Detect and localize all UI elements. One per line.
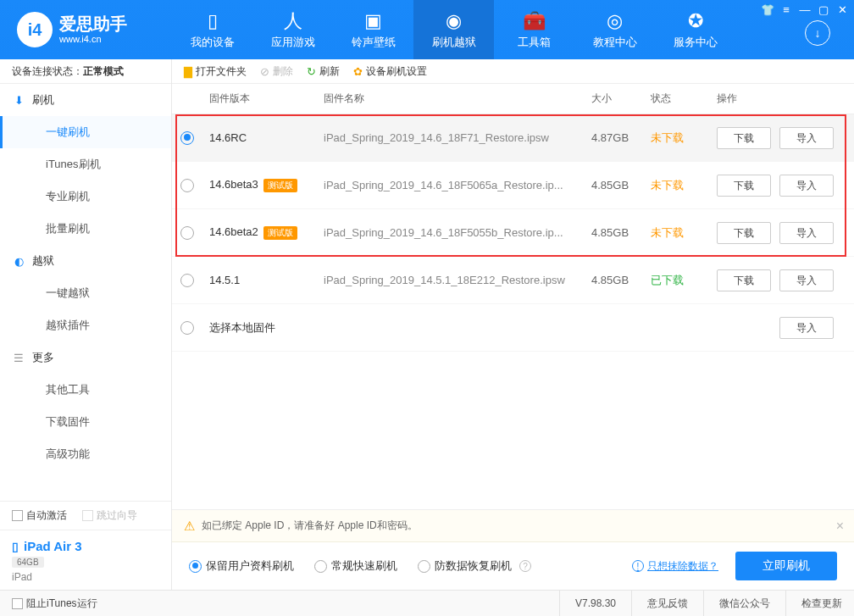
toolbar: ▇打开文件夹 ⊘删除 ↻刷新 ✿设备刷机设置	[172, 59, 854, 84]
download-button[interactable]: 下载	[717, 127, 771, 149]
version-label: V7.98.30	[559, 591, 631, 616]
refresh-button[interactable]: ↻刷新	[307, 64, 340, 79]
erase-only-link[interactable]: !只想抹除数据？	[629, 559, 718, 574]
status-bar: 阻止iTunes运行 V7.98.30 意见反馈 微信公众号 检查更新	[0, 590, 854, 616]
sidebar-group-more[interactable]: ☰更多	[0, 341, 171, 374]
import-button[interactable]: 导入	[779, 317, 834, 339]
device-type: iPad	[12, 571, 159, 583]
connection-status: 设备连接状态：正常模式	[0, 59, 171, 84]
flash-option-keep-data[interactable]: 保留用户资料刷机	[189, 558, 294, 574]
maximize-icon[interactable]: ▢	[817, 3, 830, 16]
table-row[interactable]: 14.6RC iPad_Spring_2019_14.6_18F71_Resto…	[172, 114, 854, 162]
col-ops: 操作	[710, 92, 854, 106]
table-row-local[interactable]: 选择本地固件 导入	[172, 304, 854, 352]
nav-service[interactable]: ✪服务中心	[655, 0, 735, 59]
menu-icon[interactable]: ≡	[779, 3, 793, 16]
nav-tutorial[interactable]: ◎教程中心	[574, 0, 655, 59]
row-radio[interactable]	[180, 321, 194, 335]
notice-close-button[interactable]: ×	[836, 519, 844, 534]
import-button[interactable]: 导入	[779, 175, 834, 197]
device-icon: ▯	[12, 540, 19, 553]
app-title: 爱思助手	[59, 14, 127, 33]
main-panel: ▇打开文件夹 ⊘删除 ↻刷新 ✿设备刷机设置 固件版本 固件名称 大小 状态 操…	[172, 59, 854, 590]
minimize-icon[interactable]: —	[798, 3, 812, 16]
block-itunes-checkbox[interactable]: 阻止iTunes运行	[12, 597, 97, 611]
import-button[interactable]: 导入	[779, 127, 834, 149]
delete-icon: ⊘	[260, 65, 269, 78]
nav-ringtone-wallpaper[interactable]: ▣铃声壁纸	[333, 0, 413, 59]
sidebar-item-advanced[interactable]: 高级功能	[0, 438, 171, 470]
col-size: 大小	[591, 92, 651, 106]
table-row[interactable]: 14.6beta2测试版 iPad_Spring_2019_14.6_18F50…	[172, 209, 854, 257]
download-button[interactable]: 下载	[717, 269, 771, 291]
delete-button[interactable]: ⊘删除	[260, 64, 293, 79]
download-manager-button[interactable]: ↓	[805, 20, 830, 46]
row-radio[interactable]	[180, 179, 194, 192]
row-radio[interactable]	[180, 131, 194, 145]
firmware-rows: 14.6RC iPad_Spring_2019_14.6_18F71_Resto…	[172, 114, 854, 509]
logo-area: i4 爱思助手 www.i4.cn	[0, 12, 172, 47]
sidebar: 设备连接状态：正常模式 ⬇刷机 一键刷机 iTunes刷机 专业刷机 批量刷机 …	[0, 59, 172, 590]
row-radio[interactable]	[180, 226, 194, 240]
sidebar-group-flash[interactable]: ⬇刷机	[0, 84, 171, 116]
table-row[interactable]: 14.6beta3测试版 iPad_Spring_2019_14.6_18F50…	[172, 162, 854, 209]
col-version: 固件版本	[209, 92, 324, 106]
download-button[interactable]: 下载	[717, 175, 771, 197]
device-name: iPad Air 3	[24, 539, 82, 553]
nav-tabs: ▯我的设备 人应用游戏 ▣铃声壁纸 ◉刷机越狱 🧰工具箱 ◎教程中心 ✪服务中心	[172, 0, 735, 59]
col-status: 状态	[651, 92, 710, 106]
phone-icon: ▯	[208, 9, 218, 33]
book-icon: ◎	[607, 9, 623, 33]
flash-option-normal[interactable]: 常规快速刷机	[314, 558, 397, 574]
row-radio[interactable]	[180, 274, 194, 287]
feedback-link[interactable]: 意见反馈	[631, 591, 703, 616]
app-url: www.i4.cn	[59, 33, 127, 45]
sidebar-item-other-tools[interactable]: 其他工具	[0, 374, 171, 406]
sidebar-item-jb-plugins[interactable]: 越狱插件	[0, 309, 171, 341]
notice-bar: ⚠ 如已绑定 Apple ID，请准备好 Apple ID和密码。 ×	[172, 510, 854, 542]
nav-flash-jailbreak[interactable]: ◉刷机越狱	[413, 0, 494, 59]
sidebar-item-pro-flash[interactable]: 专业刷机	[0, 180, 171, 213]
table-row[interactable]: 14.5.1 iPad_Spring_2019_14.5.1_18E212_Re…	[172, 257, 854, 304]
compass-icon: ✪	[688, 9, 703, 33]
sidebar-item-itunes-flash[interactable]: iTunes刷机	[0, 148, 171, 180]
warning-icon: ⚠	[184, 519, 195, 534]
settings-button[interactable]: ✿设备刷机设置	[353, 64, 427, 79]
wechat-link[interactable]: 微信公众号	[703, 591, 785, 616]
nav-apps-games[interactable]: 人应用游戏	[252, 0, 333, 59]
toolbox-icon: 🧰	[523, 9, 546, 33]
nav-my-device[interactable]: ▯我的设备	[172, 0, 252, 59]
download-button[interactable]: 下载	[717, 222, 771, 244]
gear-icon: ✿	[353, 65, 363, 78]
table-header: 固件版本 固件名称 大小 状态 操作	[172, 84, 854, 114]
check-update-link[interactable]: 检查更新	[785, 591, 842, 616]
skip-guide-checkbox[interactable]: 跳过向导	[82, 508, 137, 523]
import-button[interactable]: 导入	[779, 222, 834, 244]
device-storage: 64GB	[12, 557, 44, 568]
device-info: ▯iPad Air 3 64GB iPad	[0, 530, 171, 590]
flash-icon: ⬇	[12, 94, 25, 107]
close-icon[interactable]: ✕	[835, 3, 849, 16]
nav-toolbox[interactable]: 🧰工具箱	[494, 0, 574, 59]
shield-icon: ◉	[446, 9, 462, 33]
more-icon: ☰	[12, 352, 25, 364]
skin-icon[interactable]: 👕	[761, 3, 774, 16]
folder-icon: ▇	[184, 65, 192, 78]
media-icon: ▣	[364, 9, 382, 33]
sidebar-item-download-fw[interactable]: 下载固件	[0, 406, 171, 438]
col-name: 固件名称	[324, 92, 591, 106]
sidebar-item-oneclick-flash[interactable]: 一键刷机	[0, 116, 171, 148]
flash-option-antirecover[interactable]: 防数据恢复刷机?	[418, 558, 531, 574]
sidebar-item-batch-flash[interactable]: 批量刷机	[0, 213, 171, 245]
window-controls: 👕 ≡ — ▢ ✕	[761, 3, 849, 16]
flash-now-button[interactable]: 立即刷机	[735, 552, 837, 580]
auto-activate-checkbox[interactable]: 自动激活	[12, 508, 67, 523]
app-header: i4 爱思助手 www.i4.cn ▯我的设备 人应用游戏 ▣铃声壁纸 ◉刷机越…	[0, 0, 854, 59]
sidebar-group-jailbreak[interactable]: ◐越狱	[0, 245, 171, 277]
import-button[interactable]: 导入	[779, 269, 834, 291]
apps-icon: 人	[284, 9, 302, 33]
sidebar-item-oneclick-jb[interactable]: 一键越狱	[0, 277, 171, 309]
refresh-icon: ↻	[307, 65, 316, 78]
help-icon[interactable]: ?	[519, 560, 531, 572]
open-folder-button[interactable]: ▇打开文件夹	[184, 64, 247, 79]
